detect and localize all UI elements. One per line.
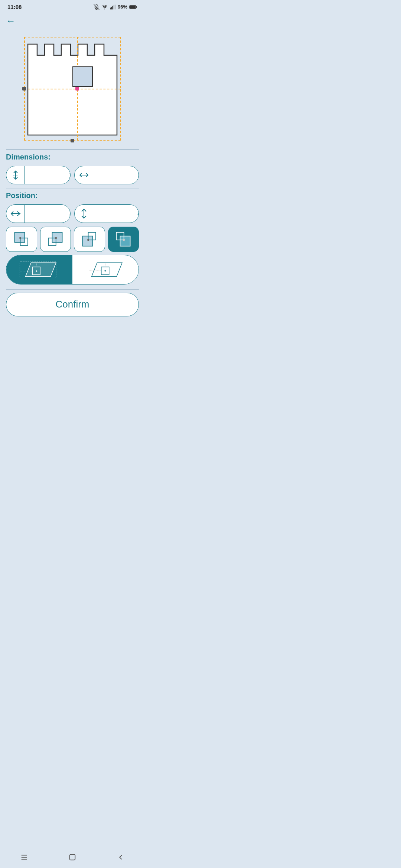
svg-rect-22 [82,236,92,246]
svg-rect-9 [130,6,136,8]
svg-rect-3 [110,7,111,9]
height-icon [6,166,25,184]
canvas-area [6,31,139,146]
svg-rect-5 [112,6,113,9]
mute-icon [94,4,100,10]
svg-point-32 [36,270,38,272]
svg-point-27 [123,239,125,241]
canvas-box [24,37,121,141]
handle-left [22,87,26,91]
svg-rect-7 [115,4,115,9]
battery-icon [129,5,137,9]
status-bar: 11:08 96% [0,0,145,12]
svg-point-24 [87,239,89,241]
wifi-icon [101,4,108,10]
height-value[interactable] [25,170,71,180]
align-top-left-btn[interactable] [6,227,37,252]
height-input-pill[interactable] [6,166,71,184]
handle-center [75,87,79,91]
width-value[interactable] [93,170,139,180]
width-icon [75,166,93,184]
x-input-pill[interactable] [6,204,71,223]
divider-1 [6,149,139,150]
mode-row [6,255,139,285]
confirm-label: Confirm [55,299,89,310]
alignment-row [6,227,139,252]
battery-percent: 96% [118,4,127,10]
svg-rect-4 [111,7,112,9]
status-icons: 96% [94,4,137,10]
x-icon [6,205,25,223]
width-input-pill[interactable] [74,166,139,184]
signal-icon [110,4,116,10]
positioned-object [72,66,93,87]
status-time: 11:08 [7,4,22,10]
y-icon [75,205,93,223]
back-arrow-icon: ← [6,15,16,26]
position-inputs [6,204,139,223]
divider-3 [6,289,139,290]
mode-b-btn[interactable] [72,255,138,284]
svg-rect-19 [52,232,62,242]
svg-point-21 [55,237,57,239]
dimensions-section: Dimensions: [0,153,145,184]
dimensions-label: Dimensions: [6,153,139,161]
svg-point-18 [19,237,21,239]
align-bottom-left-btn[interactable] [74,227,105,252]
position-section: Position: [0,191,145,285]
confirm-button[interactable]: Confirm [6,293,139,316]
mode-a-btn[interactable] [6,255,72,284]
castle-shape [24,37,121,141]
x-value[interactable] [25,209,71,218]
position-label: Position: [6,191,139,200]
svg-point-37 [104,270,106,272]
dimensions-inputs [6,166,139,184]
align-top-right-btn[interactable] [40,227,71,252]
y-value[interactable] [93,209,139,218]
back-button[interactable]: ← [0,12,145,28]
svg-rect-6 [114,5,114,9]
align-bottom-right-btn[interactable] [108,227,139,252]
handle-bottom [71,139,74,142]
y-input-pill[interactable] [74,204,139,223]
svg-rect-25 [120,236,130,246]
divider-2 [6,188,139,189]
